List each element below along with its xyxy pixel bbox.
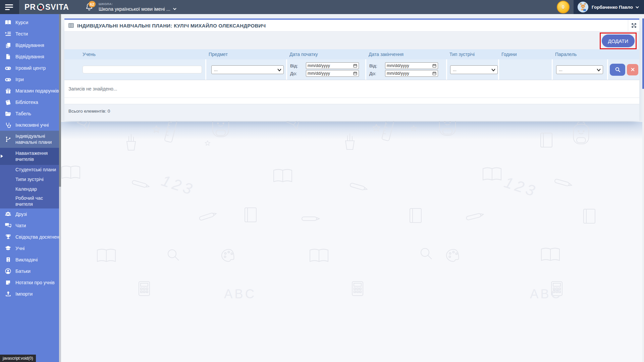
panel-shadow (61, 122, 644, 139)
search-button[interactable] (610, 64, 625, 76)
sidebar-item-teachers[interactable]: Викладачі (0, 254, 61, 265)
empty-table-row (64, 98, 639, 104)
sidebar-item-student-plans[interactable]: Студентські плани (0, 165, 61, 175)
gift-icon (5, 87, 11, 94)
filter-row: ... Від: mm/dd/yyyy До: mm/dd/yyyy (64, 59, 639, 80)
svg-text:ABC: ABC (530, 287, 562, 301)
sidebar-item-achievement-certificates[interactable]: Свідоцтва досягнень (0, 231, 61, 243)
student-filter-input[interactable] (83, 66, 202, 73)
background-doodles-pattern: 123 123 ABC ABC (61, 115, 644, 362)
notifications-button[interactable]: 62 (85, 2, 94, 12)
sidebar-item-parents[interactable]: Батьки (0, 265, 61, 277)
column-header-meeting-type: Тип зустрічі (446, 52, 498, 57)
column-header-parallel: Паралель (552, 52, 607, 57)
school-selector[interactable]: ШКОЛА: Школа української мови імені ... (99, 2, 175, 12)
sidebar-item-chats[interactable]: Чати (0, 220, 61, 231)
parallel-filter-select[interactable]: ... (556, 65, 603, 74)
trophy-icon (5, 234, 11, 240)
avatar (578, 2, 588, 12)
sidebar-item-attendance-1[interactable]: Відвідування (0, 40, 61, 51)
logo-text-pre: PR (24, 3, 36, 12)
sidebar-item-tests[interactable]: Тести (0, 28, 61, 40)
book-open-icon (5, 19, 11, 26)
column-header-end-date: Дата закінчення (365, 52, 446, 57)
sidebar-item-friends[interactable]: Друзі (0, 208, 61, 220)
sidebar-item-teacher-work-time[interactable]: Робочий час вчителя (0, 194, 61, 208)
column-header-hours: Години (498, 52, 552, 57)
users-icon (5, 211, 11, 218)
date-from-label: Від: (366, 63, 385, 68)
calendar-icon[interactable] (432, 64, 436, 68)
svg-text:123: 123 (159, 172, 197, 199)
calendar-icon[interactable] (353, 64, 357, 68)
school-name: Школа української мови імені ... (99, 6, 170, 12)
sidebar-item-imports[interactable]: Імпорти (0, 288, 61, 300)
sidebar-item-game-center[interactable]: Ігровий центр (0, 62, 61, 74)
panel-toolbar: ДОДАТИ (64, 31, 639, 49)
sidebar: Курси Тести Відвідування Відвідування Іг… (0, 14, 61, 362)
calendar-icon[interactable] (432, 71, 436, 75)
start-date-to-input[interactable]: mm/dd/yyyy (306, 70, 359, 77)
sidebar-item-inclusive-students[interactable]: Інклюзивні учні (0, 119, 61, 131)
start-date-from-input[interactable]: mm/dd/yyyy (306, 62, 359, 69)
sidebar-item-student-notes[interactable]: Нотатки про учнів (0, 277, 61, 288)
school-label: ШКОЛА: (99, 2, 175, 6)
date-to-label: До: (366, 71, 385, 76)
notifications-count-badge: 62 (89, 1, 96, 7)
book-icon (5, 99, 11, 106)
page-scrollbar[interactable] (642, 14, 644, 362)
logo-text-post: SVITA (45, 3, 69, 12)
chat-icon (5, 222, 11, 229)
sidebar-item-calendar[interactable]: Календар (0, 184, 61, 194)
gamepad-icon (5, 65, 11, 71)
app-logo[interactable]: PR SVITA (24, 3, 69, 12)
end-date-to-input[interactable]: mm/dd/yyyy (385, 70, 438, 77)
sidebar-item-report-card[interactable]: Табель (0, 108, 61, 119)
chevron-down-icon (173, 7, 176, 10)
expand-panel-button[interactable] (628, 20, 639, 31)
subject-filter-select[interactable]: ... (211, 65, 284, 74)
user-circle-icon (5, 268, 11, 275)
sidebar-item-courses[interactable]: Курси (0, 17, 61, 28)
sidebar-item-individual-plans[interactable]: Індивідуальні навчальні плани (0, 131, 61, 148)
column-header-student: Учень (64, 52, 205, 57)
hamburger-icon[interactable] (0, 0, 19, 14)
gamepad-icon (5, 76, 11, 83)
sidebar-item-meeting-types[interactable]: Типи зустрічі (0, 175, 61, 184)
clear-x-icon (631, 67, 635, 72)
sidebar-item-students[interactable]: Учні (0, 243, 61, 254)
folder-icon (5, 110, 11, 117)
coins-badge[interactable]: 0 (557, 1, 570, 13)
user-menu[interactable]: Горбаченко Павло (574, 0, 644, 14)
sidebar-item-games[interactable]: Ігри (0, 74, 61, 85)
sidebar-scrollbar[interactable] (59, 14, 61, 362)
meeting-type-select[interactable]: ... (450, 66, 497, 74)
calendar-icon[interactable] (353, 71, 357, 75)
chevron-down-icon (636, 5, 639, 8)
note-icon (5, 279, 11, 286)
column-header-subject: Предмет (205, 52, 286, 57)
svg-text:ABC: ABC (224, 287, 256, 301)
search-icon (614, 66, 621, 73)
subject-select[interactable]: ... (212, 66, 283, 74)
individual-plans-panel: ІНДИВІДУАЛЬНІ НАВЧАЛЬНІ ПЛАНИ: КУЛІЧ МИХ… (64, 18, 639, 121)
annotation-highlight-box: ДОДАТИ (600, 33, 637, 49)
sidebar-item-attendance-2[interactable]: Відвідування (0, 51, 61, 62)
meeting-type-filter-select[interactable]: ... (450, 65, 498, 74)
total-elements-footer: Всього елементів: 0 (64, 104, 639, 121)
hours-filter-cell (498, 59, 552, 80)
end-date-from-input[interactable]: mm/dd/yyyy (385, 62, 438, 69)
table-grid-icon (68, 22, 74, 28)
parallel-select[interactable]: ... (556, 66, 603, 74)
sidebar-item-gift-shop[interactable]: Магазин подарунків (0, 85, 61, 97)
graduation-cap-icon (5, 245, 11, 252)
column-header-start-date: Дата початку (286, 52, 365, 57)
clear-filters-button[interactable] (627, 64, 638, 75)
date-from-label: Від: (287, 63, 306, 68)
main-content: 123 123 ABC ABC ІНДИВІДУАЛЬНІ НАВЧАЛЬНІ … (61, 14, 644, 362)
sidebar-item-library[interactable]: Бібліотека (0, 97, 61, 108)
table-header-row: Учень Предмет Дата початку Дата закінчен… (64, 49, 639, 59)
sidebar-item-teacher-workload[interactable]: Навантаження вчителів (0, 148, 61, 165)
coins-count: 0 (562, 4, 565, 10)
add-button[interactable]: ДОДАТИ (602, 35, 635, 47)
